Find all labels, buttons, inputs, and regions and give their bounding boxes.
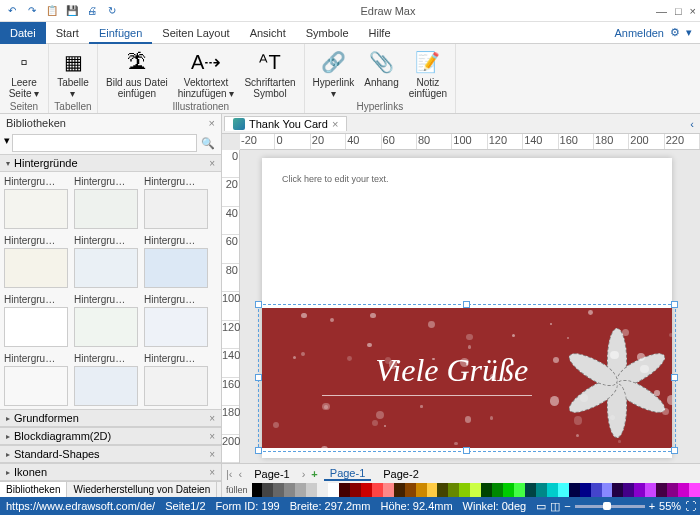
color-swatch[interactable] — [634, 483, 645, 497]
search-icon[interactable]: 🔍 — [199, 134, 217, 152]
color-swatch[interactable] — [350, 483, 361, 497]
color-swatch[interactable] — [284, 483, 295, 497]
color-swatch[interactable] — [273, 483, 284, 497]
tab-file[interactable]: Datei — [0, 22, 46, 44]
color-swatch[interactable] — [252, 483, 263, 497]
search-input[interactable] — [12, 134, 197, 152]
color-swatch[interactable] — [437, 483, 448, 497]
tab-symbols[interactable]: Symbole — [296, 22, 359, 44]
category-header[interactable]: ▸Standard-Shapes× — [0, 445, 221, 463]
background-thumbnail[interactable] — [144, 248, 208, 288]
color-swatch[interactable] — [503, 483, 514, 497]
selection-handle[interactable] — [463, 301, 470, 308]
color-swatch[interactable] — [536, 483, 547, 497]
background-thumbnail[interactable] — [74, 366, 138, 406]
ribbon-button[interactable]: 🏝Bild aus Dateieinfügen — [102, 46, 172, 101]
color-swatch[interactable] — [558, 483, 569, 497]
close-category-icon[interactable]: × — [209, 449, 215, 460]
document-tab[interactable]: Thank You Card × — [224, 116, 347, 131]
tab-page-layout[interactable]: Seiten Layout — [152, 22, 239, 44]
redo-icon[interactable]: ↷ — [24, 3, 40, 19]
background-thumbnail[interactable] — [144, 189, 208, 229]
background-thumbnail[interactable] — [4, 248, 68, 288]
tab-help[interactable]: Hilfe — [359, 22, 401, 44]
sidebar-tab-libraries[interactable]: Bibliotheken — [0, 482, 67, 497]
close-sidebar-icon[interactable]: × — [209, 117, 215, 129]
color-swatch[interactable] — [645, 483, 656, 497]
color-swatch[interactable] — [383, 483, 394, 497]
category-header[interactable]: ▾ Hintergründe × — [0, 154, 221, 172]
color-swatch[interactable] — [405, 483, 416, 497]
color-swatch[interactable] — [678, 483, 689, 497]
page-nav-prev-icon[interactable]: ‹ — [239, 468, 243, 480]
ribbon-button[interactable]: 📝Notizeinfügen — [405, 46, 451, 101]
zoom-in-icon[interactable]: + — [649, 500, 655, 512]
color-swatch[interactable] — [459, 483, 470, 497]
color-swatch[interactable] — [492, 483, 503, 497]
selection-handle[interactable] — [255, 301, 262, 308]
paste-icon[interactable]: 📋 — [44, 3, 60, 19]
color-swatch[interactable] — [547, 483, 558, 497]
color-swatch[interactable] — [569, 483, 580, 497]
close-category-icon[interactable]: × — [209, 467, 215, 478]
close-category-icon[interactable]: × — [209, 431, 215, 442]
color-swatch[interactable] — [416, 483, 427, 497]
ribbon-button[interactable]: 📎Anhang — [360, 46, 402, 90]
color-swatch[interactable] — [602, 483, 613, 497]
close-category-icon[interactable]: × — [209, 158, 215, 169]
sidebar-tab-recovery[interactable]: Wiederherstellung von Dateien — [67, 482, 217, 497]
view-mode-icon[interactable]: ▭ — [536, 500, 546, 513]
color-swatch[interactable] — [448, 483, 459, 497]
ribbon-button[interactable]: 🔗Hyperlink▾ — [309, 46, 359, 101]
tab-insert[interactable]: Einfügen — [89, 22, 152, 44]
fullscreen-icon[interactable]: ⛶ — [685, 500, 696, 512]
page-tab-2[interactable]: Page-2 — [377, 468, 424, 480]
color-swatch[interactable] — [525, 483, 536, 497]
signin-link[interactable]: Anmelden — [614, 27, 664, 39]
color-swatch[interactable] — [623, 483, 634, 497]
ribbon-button[interactable]: ᴬTSchriftartenSymbol — [240, 46, 299, 101]
background-thumbnail[interactable] — [74, 189, 138, 229]
tab-start[interactable]: Start — [46, 22, 89, 44]
category-header[interactable]: ▸Ikonen× — [0, 463, 221, 481]
close-button[interactable]: × — [690, 5, 696, 17]
selection-handle[interactable] — [671, 301, 678, 308]
color-swatch[interactable] — [481, 483, 492, 497]
category-header[interactable]: ▸Grundformen× — [0, 409, 221, 427]
zoom-out-icon[interactable]: − — [564, 500, 570, 512]
ribbon-button[interactable]: ▫LeereSeite ▾ — [4, 46, 44, 101]
color-swatch[interactable] — [612, 483, 623, 497]
ribbon-button[interactable]: ▦Tabelle▾ — [53, 46, 93, 101]
maximize-button[interactable]: □ — [675, 5, 682, 17]
add-page-icon[interactable]: + — [311, 468, 317, 480]
tab-view[interactable]: Ansicht — [240, 22, 296, 44]
page-nav-next-icon[interactable]: › — [302, 468, 306, 480]
page-tab-1b[interactable]: Page-1 — [324, 467, 371, 481]
color-swatch[interactable] — [470, 483, 481, 497]
ribbon-button[interactable]: A⇢Vektortexthinzufügen ▾ — [174, 46, 239, 101]
canvas[interactable]: -20020406080100120140160180200220 020406… — [222, 134, 700, 463]
background-thumbnail[interactable] — [4, 189, 68, 229]
category-header[interactable]: ▸Blockdiagramm(2D)× — [0, 427, 221, 445]
background-thumbnail[interactable] — [144, 366, 208, 406]
selection-handle[interactable] — [255, 374, 262, 381]
zoom-slider[interactable] — [575, 505, 645, 508]
refresh-icon[interactable]: ↻ — [104, 3, 120, 19]
selection-handle[interactable] — [463, 447, 470, 454]
save-icon[interactable]: 💾 — [64, 3, 80, 19]
color-swatch[interactable] — [656, 483, 667, 497]
dropdown-icon[interactable]: ▾ — [4, 134, 10, 152]
color-swatch[interactable] — [339, 483, 350, 497]
close-category-icon[interactable]: × — [209, 413, 215, 424]
color-swatch[interactable] — [328, 483, 339, 497]
gear-icon[interactable]: ⚙ — [670, 26, 680, 39]
color-swatch[interactable] — [295, 483, 306, 497]
zoom-level[interactable]: 55% — [659, 500, 681, 512]
minimize-button[interactable]: — — [656, 5, 667, 17]
color-swatch[interactable] — [591, 483, 602, 497]
close-document-icon[interactable]: × — [332, 118, 338, 130]
undo-icon[interactable]: ↶ — [4, 3, 20, 19]
background-thumbnail[interactable] — [74, 307, 138, 347]
color-swatch[interactable] — [317, 483, 328, 497]
color-swatch[interactable] — [394, 483, 405, 497]
